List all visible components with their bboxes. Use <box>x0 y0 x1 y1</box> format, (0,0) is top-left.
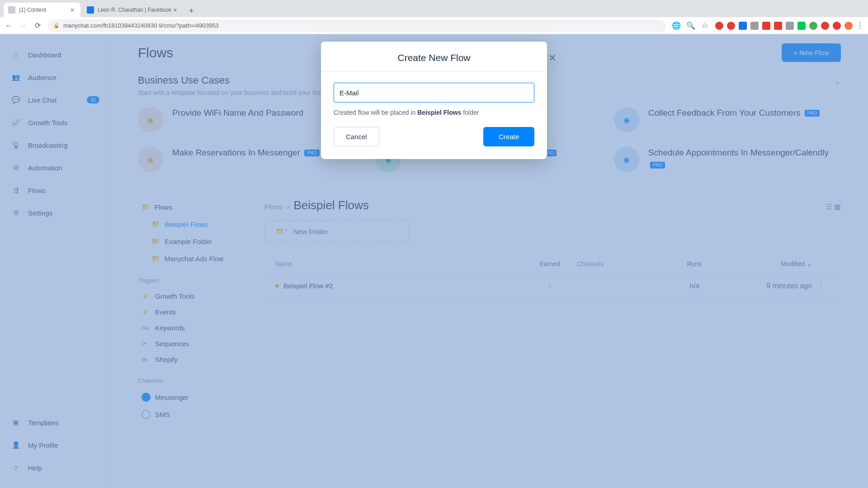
translate-icon[interactable]: 🌐 <box>672 21 680 30</box>
menu-icon[interactable]: ⋮ <box>856 21 863 30</box>
extension-icon[interactable] <box>715 22 723 30</box>
browser-tab[interactable]: Leon R. Chaudhari | Facebook × <box>82 3 183 17</box>
create-button[interactable]: Create <box>483 127 534 146</box>
flow-name-input[interactable] <box>334 83 534 103</box>
browser-tabs: (1) Content × Leon R. Chaudhari | Facebo… <box>0 0 868 17</box>
address-bar[interactable]: 🔒 manychat.com/fb181039443240830 9/cms/?… <box>48 19 665 32</box>
extension-icon[interactable] <box>786 22 794 30</box>
extension-icon[interactable] <box>809 22 817 30</box>
extension-icon[interactable] <box>797 22 806 30</box>
new-tab-button[interactable]: + <box>185 5 198 17</box>
tab-close-icon[interactable]: × <box>69 6 76 14</box>
tab-favicon <box>87 6 94 14</box>
extension-icon[interactable] <box>833 22 841 30</box>
close-icon[interactable]: × <box>549 51 556 65</box>
zoom-icon[interactable]: 🔍 <box>686 21 694 30</box>
extension-icons: ⋮ <box>715 21 863 30</box>
extension-icon[interactable] <box>774 22 782 30</box>
extension-icon[interactable] <box>739 22 747 30</box>
create-flow-modal: Create New Flow × Created flow will be p… <box>321 42 547 159</box>
modal-hint: Created flow will be placed in Beispiel … <box>334 109 534 116</box>
extension-icon[interactable] <box>750 22 759 30</box>
forward-button[interactable]: → <box>19 22 27 30</box>
cancel-button[interactable]: Cancel <box>334 127 379 146</box>
star-icon[interactable]: ☆ <box>701 21 709 30</box>
extension-icon[interactable] <box>762 22 770 30</box>
modal-title: Create New Flow <box>397 52 470 63</box>
browser-toolbar: ← → ⟳ 🔒 manychat.com/fb181039443240830 9… <box>0 17 868 34</box>
back-button[interactable]: ← <box>5 22 13 30</box>
avatar-icon[interactable] <box>844 22 853 30</box>
url-text: manychat.com/fb181039443240830 9/cms/?pa… <box>63 22 219 29</box>
tab-close-icon[interactable]: × <box>171 6 179 14</box>
browser-tab-active[interactable]: (1) Content × <box>4 3 80 17</box>
lock-icon: 🔒 <box>53 23 60 28</box>
tab-title: (1) Content <box>19 7 46 13</box>
extension-icon[interactable] <box>821 22 829 30</box>
tab-title: Leon R. Chaudhari | Facebook <box>98 7 171 13</box>
tab-favicon <box>8 6 15 14</box>
reload-button[interactable]: ⟳ <box>33 21 42 30</box>
extension-icon[interactable] <box>727 22 735 30</box>
